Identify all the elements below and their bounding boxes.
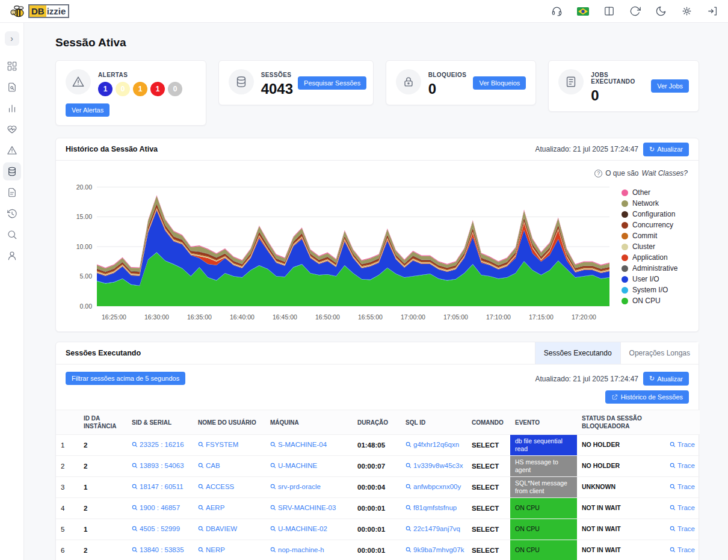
legend-item[interactable]: Cluster: [622, 242, 677, 251]
trace-link[interactable]: Trace: [670, 461, 695, 470]
username-link[interactable]: DBAVIEW: [198, 525, 237, 533]
trace-link[interactable]: Trace: [670, 482, 695, 491]
logo-db: DB: [29, 5, 46, 17]
card-sessoes-value: 4043: [261, 82, 293, 96]
language-flag-brazil-icon[interactable]: [577, 7, 589, 16]
sid-serial-link[interactable]: 4505 : 52999: [132, 525, 180, 533]
ver-alertas-button[interactable]: Ver Alertas: [66, 103, 110, 117]
filter-sessions-button[interactable]: Filtrar sessões acima de 5 segundos: [66, 372, 185, 385]
column-header: SQL ID: [401, 410, 467, 435]
trace-link[interactable]: Trace: [670, 440, 695, 449]
sidebar-item-health[interactable]: [3, 120, 21, 138]
machine-link[interactable]: SRV-MACHINE-03: [270, 503, 336, 512]
external-link-icon: [611, 394, 618, 401]
chart-refresh-button[interactable]: ↻Atualizar: [643, 143, 689, 156]
sql-id-link[interactable]: g4fxhr12q6qxn: [406, 440, 459, 449]
tab-operacoes-longas[interactable]: Operações Longas: [620, 342, 699, 364]
file-search-icon: [7, 82, 17, 93]
sql-id-link[interactable]: 1v339v8w45c3x: [406, 461, 463, 470]
legend-item[interactable]: Network: [622, 199, 677, 208]
username-link[interactable]: ACCESS: [198, 482, 234, 491]
sidebar-item-search[interactable]: [3, 226, 21, 244]
sql-id-link[interactable]: f81qmfstsfnup: [406, 503, 457, 512]
logout-icon[interactable]: [707, 5, 718, 17]
trace-link[interactable]: Trace: [670, 525, 695, 533]
legend-color-dot: [622, 200, 628, 207]
brand-logo: DB izzie: [10, 4, 69, 19]
username-link[interactable]: CAB: [198, 461, 220, 470]
ver-jobs-button[interactable]: Ver Jobs: [651, 79, 689, 93]
table-cell: NO HOLDER: [577, 456, 656, 477]
card-bloqueios-label: BLOQUEIOS: [428, 72, 467, 78]
table-cell: 3: [56, 477, 79, 498]
refresh-icon[interactable]: [629, 5, 641, 17]
machine-link[interactable]: U-MACHINE-02: [270, 525, 327, 533]
table-cell: 00:00:01: [353, 540, 401, 560]
table-cell: SELECT: [467, 435, 510, 456]
refresh-icon: ↻: [649, 375, 655, 383]
legend-item[interactable]: Administrative: [622, 264, 677, 272]
sidebar-item-documents[interactable]: [3, 183, 21, 202]
sql-id-link[interactable]: anfwbpcxnx00y: [406, 482, 461, 491]
sidebar-item-report-search[interactable]: [3, 78, 21, 96]
legend-item[interactable]: Application: [622, 253, 677, 262]
username-link[interactable]: FSYSTEM: [198, 440, 238, 449]
table-row: 2213893 : 54063CABU-MACHINE00:00:071v339…: [56, 456, 700, 477]
sql-id-link[interactable]: 22c1479anj7vq: [406, 525, 460, 533]
tab-sessoes-executando[interactable]: Sessões Executando: [535, 342, 620, 364]
machine-link[interactable]: U-MACHINE: [270, 461, 317, 470]
column-header: MÁQUINA: [265, 410, 353, 435]
legend-item[interactable]: User I/O: [622, 275, 677, 283]
alert-badge: 1: [150, 82, 165, 96]
trace-link[interactable]: Trace: [670, 546, 695, 554]
sql-id-link[interactable]: 9k9ba7mhvg07k: [406, 546, 464, 554]
dashboard-icon: [7, 61, 17, 72]
svg-text:15.00: 15.00: [76, 213, 92, 220]
event-badge: ON CPU: [510, 540, 577, 560]
summary-cards: ALERTAS 10110 Ver Alertas SESSÕES 4043 P…: [55, 60, 699, 126]
refresh-icon: ↻: [649, 146, 655, 153]
machine-link[interactable]: nop-machine-h: [270, 546, 324, 554]
sid-serial-link[interactable]: 18147 : 60511: [132, 482, 184, 491]
sidebar-item-alerts[interactable]: [3, 141, 21, 159]
pesquisar-sessoes-button[interactable]: Pesquisar Sessões: [298, 76, 366, 90]
table-cell: 2: [79, 540, 127, 560]
chart-updated-timestamp: Atualizado: 21 jul 2025 17:24:47: [535, 145, 638, 153]
layout-columns-icon[interactable]: [603, 5, 615, 17]
table-refresh-button[interactable]: ↻Atualizar: [643, 372, 689, 386]
sidebar-item-history[interactable]: [3, 205, 21, 223]
support-headset-icon[interactable]: [551, 5, 563, 17]
chart-legend: OtherNetworkConfigurationConcurrencyComm…: [614, 188, 677, 307]
legend-item[interactable]: System I/O: [622, 286, 677, 294]
username-link[interactable]: AERP: [198, 503, 224, 512]
sid-serial-link[interactable]: 13893 : 54063: [132, 461, 184, 470]
machine-link[interactable]: S-MACHINE-04: [270, 440, 327, 449]
legend-item[interactable]: Concurrency: [622, 221, 677, 229]
legend-item[interactable]: ON CPU: [622, 297, 677, 305]
table-cell: 01:48:05: [353, 435, 401, 456]
legend-item[interactable]: Configuration: [622, 210, 677, 218]
sidebar-item-dashboard[interactable]: [3, 57, 21, 75]
trace-link[interactable]: Trace: [670, 503, 695, 512]
machine-link[interactable]: srv-prd-oracle: [270, 482, 321, 491]
dark-mode-moon-icon[interactable]: [655, 5, 667, 17]
sid-serial-link[interactable]: 13840 : 53835: [132, 546, 184, 554]
table-cell: SELECT: [467, 498, 510, 519]
sid-serial-link[interactable]: 1900 : 46857: [132, 503, 180, 512]
sidebar-item-users[interactable]: [3, 247, 21, 265]
table-cell: UNKNOWN: [577, 477, 656, 498]
sidebar-item-database[interactable]: [3, 162, 21, 180]
table-row: 1223325 : 16216FSYSTEMS-MACHINE-0401:48:…: [56, 435, 700, 456]
wait-classes-hint[interactable]: ? O que são Wait Classes?: [67, 169, 688, 177]
settings-gear-icon[interactable]: [681, 5, 693, 17]
legend-item[interactable]: Other: [622, 188, 677, 197]
event-badge: SQL*Net message from client: [510, 477, 577, 497]
sid-serial-link[interactable]: 23325 : 16216: [132, 440, 184, 449]
username-link[interactable]: NERP: [198, 546, 225, 554]
sidebar-expand-button[interactable]: ›: [5, 31, 19, 46]
legend-item[interactable]: Commit: [622, 232, 677, 240]
sessions-tabs: Sessões Executando Operações Longas: [535, 342, 699, 364]
sidebar-item-statistics[interactable]: [3, 99, 21, 117]
ver-bloqueios-button[interactable]: Ver Bloqueios: [473, 76, 526, 90]
session-history-button[interactable]: Histórico de Sessões: [605, 390, 689, 404]
